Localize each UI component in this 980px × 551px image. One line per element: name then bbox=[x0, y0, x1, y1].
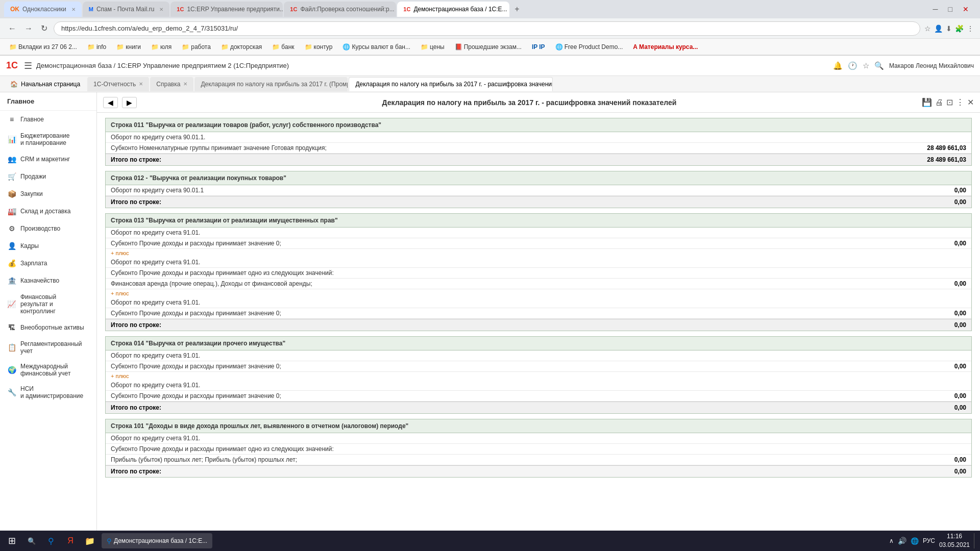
bookmark-knigi[interactable]: 📁 книги bbox=[112, 42, 145, 52]
tab-bar: OK Одноклассники ✕ M Спам - Почта Mail.r… bbox=[0, 0, 980, 18]
bookmark-kontur[interactable]: 📁 контур bbox=[301, 42, 337, 52]
home-icon: 🏠 bbox=[10, 81, 18, 88]
sidebar-item-zarplata[interactable]: 💰 Зарплата bbox=[0, 255, 96, 272]
sidebar-item-finresult[interactable]: 📈 Финансовыйрезультат и контроллинг bbox=[0, 289, 96, 319]
forward-button[interactable]: → bbox=[22, 22, 35, 35]
menu-icon[interactable]: ⋮ bbox=[967, 24, 974, 33]
taskbar-yandex[interactable]: Я bbox=[63, 533, 78, 548]
bookmark-star-icon[interactable]: ☆ bbox=[924, 24, 931, 33]
sidebar-item-kadry[interactable]: 👤 Кадры bbox=[0, 237, 96, 255]
sidebar-item-vneoborot[interactable]: 🏗 Внеоборотные активы bbox=[0, 319, 96, 336]
browser-tab-2-close[interactable]: ✕ bbox=[159, 7, 163, 12]
reload-button[interactable]: ↻ bbox=[39, 21, 50, 35]
app-tab-deklaration[interactable]: Декларация по налогу на прибыль за 2017 … bbox=[194, 77, 348, 91]
bookmark-info-label: info bbox=[96, 43, 106, 51]
sidebar-item-nsi[interactable]: 🔧 НСИи администрирование bbox=[0, 381, 96, 404]
section-101-row-3: Прибыль (убыток) прошлых лет; Прибыль (у… bbox=[106, 455, 971, 465]
bookmark-bank[interactable]: 📁 банк bbox=[268, 42, 298, 52]
close-content-button[interactable]: ✕ bbox=[967, 97, 974, 107]
maximize-button[interactable]: □ bbox=[945, 5, 955, 13]
bookmark-yulya[interactable]: 📁 юля bbox=[147, 42, 176, 52]
bookmark-tseny[interactable]: 📁 цены bbox=[416, 42, 449, 52]
browser-tab-5[interactable]: 1С Демонстрационная база / 1С:Е... ✕ bbox=[397, 2, 509, 17]
browser-tab-3[interactable]: 1С 1С:ERP Управление предприяти... ✕ bbox=[170, 2, 283, 17]
sklad-icon: 🏭 bbox=[7, 207, 16, 216]
section-101-row-3-label: Прибыль (убыток) прошлых лет; Прибыль (у… bbox=[111, 456, 905, 463]
section-014-row-4: Субконто Прочие доходы и расходы принима… bbox=[106, 391, 971, 402]
download-icon[interactable]: ⬇ bbox=[946, 24, 952, 33]
content-forward-button[interactable]: ▶ bbox=[122, 97, 137, 108]
section-012-total-label: Итого по строке: bbox=[111, 198, 161, 206]
search-icon[interactable]: 🔍 bbox=[874, 61, 884, 70]
section-011-total-label: Итого по строке: bbox=[111, 156, 161, 163]
section-013-row-5-value: 0,00 bbox=[905, 280, 966, 287]
expand-icon-button[interactable]: ⊡ bbox=[946, 97, 953, 107]
sidebar-item-kadry-label: Кадры bbox=[20, 242, 39, 249]
sidebar-item-crm[interactable]: 👥 CRM и маркетинг bbox=[0, 151, 96, 168]
browser-tab-1-close[interactable]: ✕ bbox=[71, 7, 76, 12]
back-button[interactable]: ← bbox=[6, 22, 18, 35]
bookmark-kursy[interactable]: 🌐 Курсы валют в бан... bbox=[338, 42, 414, 52]
taskbar-explorer[interactable]: 📁 bbox=[82, 533, 97, 548]
extensions-icon[interactable]: 🧩 bbox=[955, 24, 964, 33]
show-desktop-button[interactable] bbox=[974, 533, 976, 548]
taskbar-edge[interactable]: ⚲ bbox=[43, 533, 59, 548]
taskbar-network-icon[interactable]: 🌐 bbox=[911, 537, 919, 545]
sidebar-item-budgeting[interactable]: 📊 Бюджетированиеи планирование bbox=[0, 128, 96, 151]
sidebar-item-zarplata-label: Зарплата bbox=[20, 260, 47, 267]
print-icon-button[interactable]: 🖨 bbox=[935, 98, 943, 107]
app-tab-1c-report-close[interactable]: ✕ bbox=[139, 81, 143, 87]
browser-tab-2[interactable]: M Спам - Почта Mail.ru ✕ bbox=[83, 2, 170, 17]
minimize-button[interactable]: ─ bbox=[930, 5, 941, 13]
sidebar-item-zakupki[interactable]: 📦 Закупки bbox=[0, 185, 96, 203]
app-tab-deklaration-decode[interactable]: Декларация по налогу на прибыль за 2017 … bbox=[349, 77, 553, 91]
app-tab-1c-report[interactable]: 1С-Отчетность ✕ bbox=[87, 77, 149, 91]
bookmark-doktor[interactable]: 📁 докторская bbox=[217, 42, 266, 52]
new-tab-button[interactable]: + bbox=[510, 3, 523, 16]
bookmark-exams[interactable]: 📕 Прошедшие экзам... bbox=[451, 42, 526, 52]
vneoborot-icon: 🏗 bbox=[7, 323, 16, 332]
taskbar-sound-icon[interactable]: 🔊 bbox=[898, 537, 906, 545]
hamburger-button[interactable]: ☰ bbox=[24, 60, 32, 71]
more-icon-button[interactable]: ⋮ bbox=[956, 97, 964, 107]
sidebar-item-intfin[interactable]: 🌍 Международныйфинансовый учет bbox=[0, 359, 96, 381]
history-icon[interactable]: 🕐 bbox=[848, 61, 857, 70]
sidebar-item-glavnoe[interactable]: ≡ Главное bbox=[0, 111, 96, 128]
taskbar-up-arrow[interactable]: ∧ bbox=[889, 537, 894, 544]
bell-icon[interactable]: 🔔 bbox=[833, 61, 843, 70]
app-tab-spravka-close[interactable]: ✕ bbox=[183, 81, 187, 87]
section-011-header: Строка 011 "Выручка от реализации товаро… bbox=[106, 118, 971, 132]
profile-icon[interactable]: 👤 bbox=[934, 24, 943, 33]
browser-tab-4[interactable]: 1С Файл:Проверка соотношений:р... ✕ bbox=[284, 2, 396, 17]
browser-tab-1[interactable]: OK Одноклассники ✕ bbox=[4, 2, 82, 17]
app-tab-home[interactable]: 🏠 Начальная страница bbox=[4, 77, 86, 91]
sidebar-item-production[interactable]: ⚙ Производство bbox=[0, 220, 96, 237]
start-button[interactable]: ⊞ bbox=[4, 533, 20, 548]
bookmark-tseny-label: цены bbox=[430, 43, 445, 51]
sidebar-item-kaznach[interactable]: 🏦 Казначейство bbox=[0, 272, 96, 289]
bookmark-info-icon: 📁 bbox=[87, 43, 95, 51]
sidebar-item-reguchet[interactable]: 📋 Регламентированныйучет bbox=[0, 336, 96, 359]
browser-tab-5-label: Демонстрационная база / 1С:Е... bbox=[413, 6, 507, 13]
taskbar-browser-app[interactable]: ⚲ Демонстрационная база / 1С:Е... bbox=[102, 533, 212, 548]
taskbar-time-date[interactable]: 11:16 03.05.2021 bbox=[939, 532, 970, 549]
production-icon: ⚙ bbox=[7, 224, 16, 233]
address-input[interactable] bbox=[54, 21, 920, 36]
intfin-icon: 🌍 bbox=[7, 365, 16, 374]
app-logo: 1C bbox=[6, 60, 18, 71]
bookmark-ip[interactable]: IP IP bbox=[528, 42, 549, 52]
bookmark-rabota[interactable]: 📁 работа bbox=[178, 42, 215, 52]
bookmark-folders[interactable]: 📁 Вкладки из 27 06 2... bbox=[5, 42, 81, 52]
sidebar-item-prodazhi[interactable]: 🛒 Продажи bbox=[0, 168, 96, 185]
close-button[interactable]: ✕ bbox=[960, 5, 972, 13]
app-tab-spravka[interactable]: Справка ✕ bbox=[150, 77, 193, 91]
save-icon-button[interactable]: 💾 bbox=[922, 97, 932, 107]
sidebar-item-sklad[interactable]: 🏭 Склад и доставка bbox=[0, 203, 96, 220]
bookmark-info[interactable]: 📁 info bbox=[83, 42, 110, 52]
taskbar-search[interactable]: 🔍 bbox=[24, 533, 39, 548]
star-icon[interactable]: ☆ bbox=[863, 61, 869, 70]
content-back-button[interactable]: ◀ bbox=[103, 97, 118, 108]
section-013-plus-1: + плюс bbox=[106, 249, 971, 257]
bookmark-materialy[interactable]: A Материалы курса... bbox=[629, 42, 702, 52]
bookmark-free-demo[interactable]: 🌐 Free Product Demo... bbox=[551, 42, 627, 52]
